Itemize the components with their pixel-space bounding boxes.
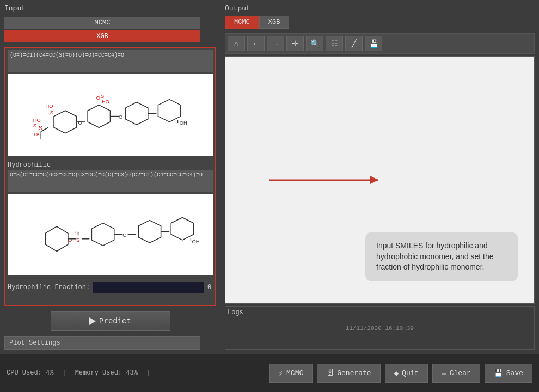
svg-marker-17: [125, 102, 148, 125]
model-selector: MCMC XGB: [4, 17, 216, 42]
svg-text:O: O: [119, 114, 122, 120]
cpu-status: CPU Used: 4%: [7, 369, 53, 377]
hydrophobic-smiles-input[interactable]: O=S(C1=CC=C(OC2=CC=C(C3=CC(=C(C(=C3)O)C2…: [8, 170, 213, 192]
save-chart-button[interactable]: 💾: [365, 36, 382, 51]
bottom-buttons: ⚡ MCMC 🗄 Generate ◆ Quit ✏ Clear 💾 Save: [270, 364, 532, 383]
xgb-model-button[interactable]: XGB: [4, 30, 200, 42]
svg-text:O: O: [75, 230, 79, 235]
svg-text:S: S: [50, 110, 53, 115]
back-icon: ←: [252, 39, 260, 48]
home-icon: ⌂: [234, 39, 238, 48]
svg-text:S: S: [101, 94, 104, 99]
svg-text:HO: HO: [33, 118, 41, 123]
status-left: CPU Used: 4% | Memory Used: 43% |: [7, 369, 150, 377]
pan-button[interactable]: ✛: [286, 36, 304, 51]
arrow-head: [370, 175, 378, 184]
hydrophilic-molecule-image: S O• HO S HO S O: [8, 74, 213, 156]
generate-button[interactable]: 🗄 Generate: [317, 364, 380, 383]
zoom-button[interactable]: 🔍: [306, 36, 323, 51]
save-label: Save: [506, 369, 523, 377]
svg-marker-29: [91, 223, 114, 246]
svg-marker-35: [171, 217, 193, 240]
svg-text:O: O: [78, 120, 82, 126]
clear-label: Clear: [450, 369, 471, 377]
quit-button[interactable]: ◆ Quit: [385, 364, 428, 383]
save-icon: 💾: [369, 39, 378, 48]
svg-text:OH: OH: [180, 120, 187, 126]
left-panel: Input MCMC XGB (O=)=C1)(C4=CC(S(=O)(O)=O…: [0, 0, 220, 354]
svg-marker-22: [46, 226, 68, 252]
fraction-row: Hydrophilic Fraction: 0: [8, 282, 213, 293]
pan-icon: ✛: [292, 39, 298, 48]
zoom-icon: 🔍: [310, 39, 320, 48]
chart-button[interactable]: ╱: [345, 36, 363, 51]
right-panel: Output MCMC XGB ⌂ ← → ✛ 🔍 ☷: [220, 0, 539, 354]
fraction-input[interactable]: [93, 282, 204, 293]
tab-mcmc[interactable]: MCMC: [225, 16, 259, 29]
hydrophilic-section: (O=)=C1)(C4=CC(S(=O)(O)=O)=CC=C4)=O S O•…: [8, 50, 213, 170]
svg-marker-19: [158, 100, 180, 122]
quit-icon: ◆: [394, 369, 399, 378]
hydrophilic-svg: S O• HO S HO S O: [8, 74, 213, 156]
memory-status: Memory Used: 43%: [75, 369, 138, 377]
fraction-label: Hydrophilic Fraction:: [8, 284, 90, 291]
svg-text:OH: OH: [192, 239, 200, 244]
forward-button[interactable]: →: [267, 36, 284, 51]
arrow-container: [269, 179, 378, 181]
sep1: |: [62, 369, 66, 377]
home-button[interactable]: ⌂: [228, 36, 245, 51]
mcmc-label: MCMC: [286, 369, 303, 377]
plot-settings[interactable]: Plot Settings: [4, 336, 200, 350]
svg-text:O•: O•: [34, 132, 39, 137]
output-label: Output: [225, 4, 535, 13]
chart-toolbar: ⌂ ← → ✛ 🔍 ☷ ╱ 💾: [225, 33, 535, 54]
save-button[interactable]: 💾 Save: [485, 364, 532, 383]
svg-marker-33: [138, 220, 161, 243]
settings-button[interactable]: ☷: [326, 36, 343, 51]
mcmc-model-button[interactable]: MCMC: [4, 17, 200, 29]
mcmc-icon: ⚡: [279, 369, 283, 378]
tab-xgb[interactable]: XGB: [259, 16, 290, 29]
hydrophobic-svg: O S O O: [8, 194, 213, 275]
predict-button[interactable]: Predict: [51, 311, 170, 331]
settings-icon: ☷: [331, 39, 338, 48]
output-tabs: MCMC XGB: [225, 16, 535, 29]
chart-area: Input SMILES for hydrophilic and hydroph…: [225, 56, 535, 304]
svg-text:O: O: [68, 237, 72, 243]
forward-icon: →: [272, 39, 279, 48]
svg-marker-4: [54, 111, 76, 133]
hydrophilic-label: Hydrophilic: [8, 161, 213, 169]
hydrophilic-smiles-input[interactable]: (O=)=C1)(C4=CC(S(=O)(O)=O)=CC=C4)=O: [8, 50, 213, 72]
predict-label: Predict: [99, 317, 131, 326]
logs-timestamp: 11/11/2020 16:10:39: [346, 325, 414, 332]
tooltip-box: Input SMILES for hydrophilic and hydroph…: [365, 232, 518, 281]
back-button[interactable]: ←: [247, 36, 265, 51]
hydrophobic-section: O=S(C1=CC=C(OC2=CC=C(C3=CC(=C(C(=C3)O)C2…: [8, 170, 213, 278]
clear-icon: ✏: [442, 369, 446, 378]
clear-button[interactable]: ✏ Clear: [432, 364, 480, 383]
svg-marker-11: [88, 105, 110, 127]
svg-text:S: S: [33, 123, 36, 128]
svg-text:HO: HO: [46, 103, 53, 109]
chart-icon: ╱: [352, 39, 356, 48]
logs-section: Logs 11/11/2020 16:10:39: [225, 306, 535, 350]
generate-icon: 🗄: [326, 369, 334, 377]
tooltip-text: Input SMILES for hydrophilic and hydroph…: [376, 241, 494, 271]
mcmc-button[interactable]: ⚡ MCMC: [270, 364, 313, 383]
hydrophobic-molecule-image: O S O O: [8, 194, 213, 275]
logs-label: Logs: [228, 309, 532, 316]
svg-text:HO: HO: [102, 99, 109, 105]
generate-label: Generate: [337, 369, 371, 377]
svg-text:O: O: [96, 95, 100, 101]
red-arrow-line: [269, 179, 378, 181]
logs-content: 11/11/2020 16:10:39: [228, 317, 532, 339]
input-label: Input: [4, 4, 216, 13]
svg-text:S: S: [76, 237, 79, 243]
fraction-display: 0: [207, 284, 213, 291]
logs-line: 11/11/2020 16:10:39: [341, 325, 418, 332]
svg-text:O: O: [122, 232, 126, 238]
sep2: |: [146, 369, 150, 377]
bottom-bar: CPU Used: 4% | Memory Used: 43% | ⚡ MCMC…: [0, 354, 539, 392]
play-icon: [89, 317, 96, 325]
save-btn-icon: 💾: [494, 369, 503, 378]
